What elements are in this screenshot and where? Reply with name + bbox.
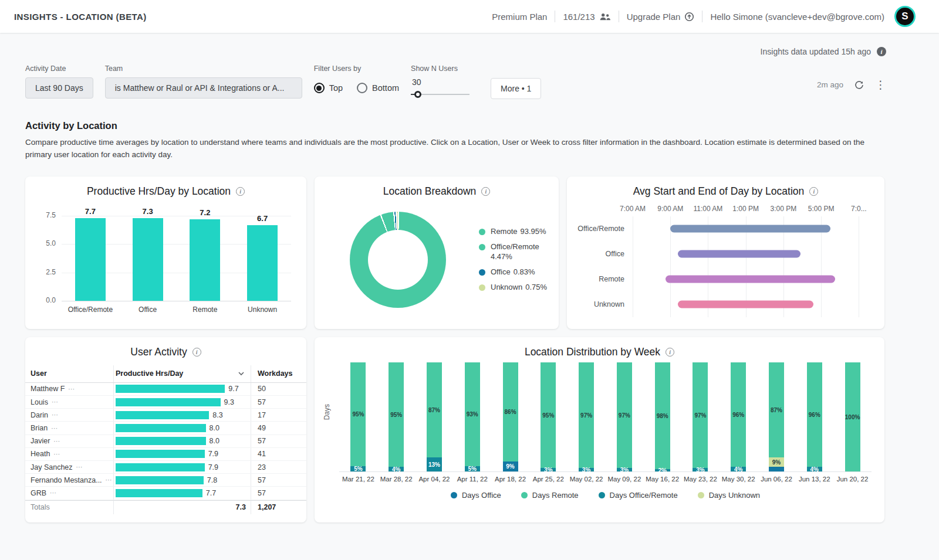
table-row[interactable]: Brian⋯8.049: [25, 422, 306, 435]
show-n-users-slider[interactable]: [411, 90, 470, 99]
column-productive-hrs[interactable]: Productive Hrs/Day: [113, 365, 251, 382]
legend-item[interactable]: Office/Remote4.47%: [479, 242, 549, 262]
hrs-bar[interactable]: [116, 411, 209, 419]
week-column[interactable]: 97%3%May 09, 22: [605, 363, 643, 471]
legend-item[interactable]: Office0.83%: [479, 267, 549, 277]
week-bar: 97%3%: [579, 362, 594, 471]
week-label: Apr 25, 22: [533, 476, 564, 483]
row-options-icon[interactable]: ⋯: [52, 398, 59, 406]
row-options-icon[interactable]: ⋯: [50, 489, 57, 497]
hrs-bar[interactable]: [116, 424, 206, 432]
location-donut[interactable]: [350, 212, 446, 308]
upgrade-plan-link[interactable]: Upgrade Plan: [627, 12, 695, 22]
week-bar: 93%5%: [465, 362, 480, 471]
table-header: User Productive Hrs/Day Workdays: [25, 365, 306, 383]
weekly-legend: Days OfficeDays RemoteDays Office/Remote…: [339, 491, 872, 500]
row-options-icon[interactable]: ⋯: [76, 463, 83, 471]
week-column[interactable]: 98%2%May 16, 22: [643, 363, 681, 471]
radio-bottom[interactable]: Bottom: [357, 83, 399, 93]
info-icon[interactable]: i: [236, 187, 245, 196]
avatar[interactable]: S: [894, 6, 916, 27]
row-options-icon[interactable]: ⋯: [53, 437, 60, 445]
week-column[interactable]: 86%9%Apr 18, 22: [491, 363, 529, 471]
row-options-icon[interactable]: ⋯: [52, 411, 59, 419]
hrs-value: 7.9: [208, 463, 218, 471]
legend-item[interactable]: Days Office: [451, 491, 501, 500]
week-column[interactable]: 95%4%Mar 28, 22: [377, 363, 416, 471]
hrs-bar[interactable]: [116, 385, 225, 393]
start-end-bar[interactable]: [678, 301, 813, 308]
start-end-bar[interactable]: [678, 250, 800, 258]
user-cell: Brian⋯: [25, 422, 113, 434]
table-row[interactable]: Heath⋯7.941: [25, 448, 306, 461]
bar[interactable]: [247, 225, 278, 301]
hrs-bar[interactable]: [116, 450, 205, 458]
info-icon[interactable]: i: [481, 187, 490, 196]
column-user[interactable]: User: [25, 365, 113, 382]
hrs-bar[interactable]: [116, 398, 221, 406]
column-workdays[interactable]: Workdays: [251, 365, 297, 382]
sort-chevron-icon[interactable]: [238, 371, 245, 376]
stacked-bars-area: 95%5%Mar 21, 2295%4%Mar 28, 2287%13%Apr …: [339, 363, 872, 472]
week-column[interactable]: 96%4%May 30, 22: [720, 363, 758, 471]
main-content: Insights data updated 15h ago i Activity…: [25, 33, 886, 522]
hrs-bar[interactable]: [116, 463, 205, 471]
bar[interactable]: [75, 218, 106, 301]
time-tick-label: 7:00 AM: [620, 205, 646, 213]
info-icon[interactable]: i: [666, 348, 674, 357]
week-column[interactable]: 95%5%Mar 21, 22: [339, 363, 377, 471]
team-select[interactable]: is Matthew or Raul or API & Integrations…: [105, 77, 302, 99]
table-row[interactable]: Matthew F⋯9.750: [25, 383, 306, 396]
license-usage-count: 161/213: [563, 12, 595, 22]
table-row[interactable]: Jay Sanchez⋯7.923: [25, 461, 306, 474]
user-name: Heath: [31, 450, 50, 458]
table-totals-row: Totals 7.3 1,207: [25, 500, 306, 514]
legend-item[interactable]: Remote93.95%: [479, 227, 549, 237]
start-end-bar[interactable]: [666, 276, 835, 283]
week-column[interactable]: 95%3%Apr 25, 22: [529, 363, 568, 471]
table-row[interactable]: Darin⋯8.317: [25, 409, 306, 422]
table-row[interactable]: Javier⋯8.057: [25, 435, 306, 448]
info-icon[interactable]: i: [877, 47, 886, 56]
time-axis: 7:00 AM9:00 AM11:00 AM1:00 PM3:00 PM5:00…: [633, 203, 874, 214]
week-column[interactable]: 96%4%Jun 13, 22: [795, 363, 833, 471]
row-options-icon[interactable]: ⋯: [68, 385, 75, 393]
week-column[interactable]: 97%3%May 23, 22: [681, 363, 720, 471]
week-column[interactable]: 97%3%May 02, 22: [568, 363, 606, 471]
legend-item[interactable]: Days Unknown: [698, 491, 760, 500]
hrs-bar[interactable]: [116, 437, 206, 445]
hrs-bar[interactable]: [116, 476, 204, 484]
team-filter: Team is Matthew or Raul or API & Integra…: [105, 65, 302, 99]
activity-date-button[interactable]: Last 90 Days: [25, 77, 93, 99]
workdays-value: 41: [251, 448, 297, 460]
remote-pct-label: 97%: [580, 412, 592, 419]
slider-thumb[interactable]: [414, 91, 421, 98]
table-row[interactable]: Louis⋯9.357: [25, 396, 306, 409]
week-column[interactable]: 100%Jun 20, 22: [833, 363, 872, 471]
row-options-icon[interactable]: ⋯: [106, 476, 113, 484]
bar[interactable]: [190, 219, 220, 301]
start-end-bar[interactable]: [670, 225, 830, 233]
table-row[interactable]: GRB⋯7.757: [25, 487, 306, 500]
legend-item[interactable]: Days Remote: [521, 491, 579, 500]
week-column[interactable]: 87%13%Apr 04, 22: [416, 363, 454, 471]
hrs-bar[interactable]: [116, 489, 202, 497]
row-options-icon[interactable]: ⋯: [53, 450, 60, 458]
week-column[interactable]: 87%9%Jun 06, 22: [758, 363, 796, 471]
segment-pct-label: 4%: [810, 466, 819, 473]
legend-item[interactable]: Days Office/Remote: [599, 491, 678, 500]
info-icon[interactable]: i: [192, 348, 201, 357]
kebab-menu-icon[interactable]: ⋮: [875, 79, 886, 90]
segment-days-remote: 97%: [617, 362, 632, 468]
week-column[interactable]: 93%5%Apr 11, 22: [453, 363, 491, 471]
refresh-icon[interactable]: [854, 80, 864, 90]
table-row[interactable]: Fernando Mestanza...⋯7.857: [25, 474, 306, 487]
legend-label: Days Remote: [532, 491, 579, 500]
legend-item[interactable]: Unknown0.75%: [479, 283, 549, 293]
bar[interactable]: [133, 218, 163, 301]
info-icon[interactable]: i: [809, 187, 818, 196]
segment-days-remote: 87%: [769, 362, 784, 457]
more-filters-button[interactable]: More • 1: [491, 78, 541, 99]
row-options-icon[interactable]: ⋯: [51, 425, 58, 432]
radio-top[interactable]: Top: [314, 83, 343, 93]
